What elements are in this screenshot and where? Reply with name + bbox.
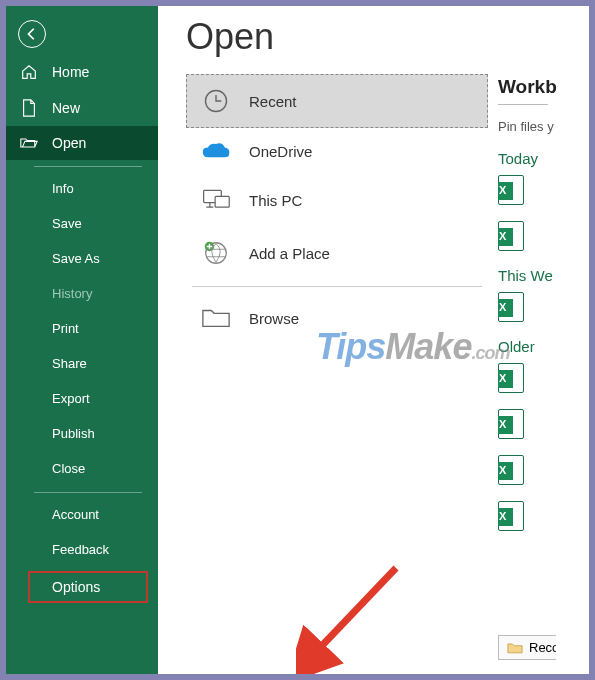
location-browse[interactable]: Browse: [186, 293, 488, 343]
sidebar-item-close[interactable]: Close: [6, 451, 158, 486]
sidebar-item-account[interactable]: Account: [6, 497, 158, 532]
location-thispc[interactable]: This PC: [186, 174, 488, 226]
sidebar-item-export[interactable]: Export: [6, 381, 158, 416]
file-item[interactable]: [498, 292, 556, 322]
sidebar-item-home[interactable]: Home: [6, 54, 158, 90]
sidebar-item-save[interactable]: Save: [6, 206, 158, 241]
file-item[interactable]: [498, 501, 556, 531]
location-addplace[interactable]: Add a Place: [186, 226, 488, 280]
sidebar-item-saveas[interactable]: Save As: [6, 241, 158, 276]
sidebar-item-info[interactable]: Info: [6, 171, 158, 206]
sidebar-item-new[interactable]: New: [6, 90, 158, 126]
sidebar-item-feedback[interactable]: Feedback: [6, 532, 158, 567]
location-label: Recent: [249, 93, 297, 110]
thispc-icon: [201, 187, 231, 213]
sidebar-item-label: Home: [52, 64, 89, 80]
sidebar-item-share[interactable]: Share: [6, 346, 158, 381]
sidebar-item-open[interactable]: Open: [6, 126, 158, 160]
excel-file-icon: [498, 409, 524, 439]
folder-icon: [507, 641, 523, 654]
heading-rule: [498, 104, 548, 105]
folder-open-icon: [20, 135, 38, 151]
location-label: Add a Place: [249, 245, 330, 262]
backstage-sidebar: Home New Open Info Save Save As History …: [6, 6, 158, 674]
sidebar-item-label: Open: [52, 135, 86, 151]
sidebar-item-print[interactable]: Print: [6, 311, 158, 346]
main-area: Open Recent OneDrive This PC: [158, 6, 589, 674]
clock-icon: [201, 87, 231, 115]
onedrive-icon: [201, 141, 231, 161]
arrow-left-icon: [25, 27, 39, 41]
browse-folder-icon: [201, 306, 231, 330]
recover-label: Reco: [529, 640, 556, 655]
file-item[interactable]: [498, 409, 556, 439]
excel-file-icon: [498, 292, 524, 322]
recover-button[interactable]: Reco: [498, 635, 556, 660]
sidebar-item-history[interactable]: History: [6, 276, 158, 311]
home-icon: [20, 63, 38, 81]
sidebar-item-options[interactable]: Options: [28, 571, 148, 603]
file-item[interactable]: [498, 175, 556, 205]
open-column: Open Recent OneDrive This PC: [158, 6, 498, 674]
location-recent[interactable]: Recent: [186, 74, 488, 128]
sidebar-separator: [34, 166, 142, 167]
location-onedrive[interactable]: OneDrive: [186, 128, 488, 174]
addplace-icon: [201, 239, 231, 267]
excel-file-icon: [498, 363, 524, 393]
pin-hint: Pin files y: [498, 119, 556, 134]
location-label: OneDrive: [249, 143, 312, 160]
excel-file-icon: [498, 455, 524, 485]
location-label: This PC: [249, 192, 302, 209]
sidebar-separator: [34, 492, 142, 493]
file-item[interactable]: [498, 221, 556, 251]
svg-rect-2: [215, 196, 229, 207]
sidebar-item-publish[interactable]: Publish: [6, 416, 158, 451]
excel-file-icon: [498, 501, 524, 531]
location-separator: [192, 286, 482, 287]
recent-heading: Workb: [498, 76, 556, 98]
file-item[interactable]: [498, 455, 556, 485]
group-heading-thisweek: This We: [498, 267, 556, 284]
file-icon: [20, 99, 38, 117]
recent-panel: Workb Pin files y Today This We Older Re…: [498, 6, 556, 674]
file-item[interactable]: [498, 363, 556, 393]
group-heading-older: Older: [498, 338, 556, 355]
back-button[interactable]: [18, 20, 46, 48]
excel-file-icon: [498, 175, 524, 205]
sidebar-item-label: New: [52, 100, 80, 116]
page-title: Open: [186, 16, 488, 58]
excel-file-icon: [498, 221, 524, 251]
group-heading-today: Today: [498, 150, 556, 167]
location-label: Browse: [249, 310, 299, 327]
